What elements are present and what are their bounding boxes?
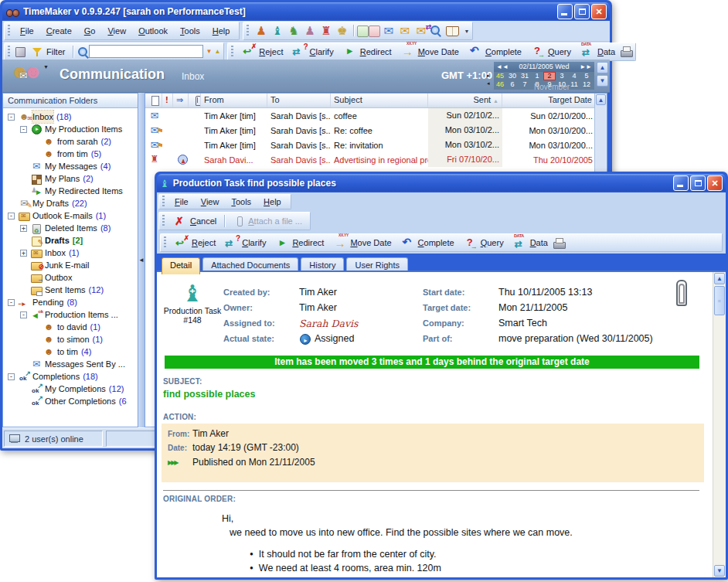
mail-blue-icon[interactable]	[380, 24, 396, 38]
tree-item-from-sarah[interactable]: from sarah(2)	[3, 135, 138, 148]
complete-button[interactable]: Complete	[396, 237, 459, 250]
tab-detail[interactable]: Detail	[162, 257, 200, 274]
toolbar-grip[interactable]	[162, 215, 165, 227]
redirect-button[interactable]: Redirect	[338, 45, 396, 58]
calendar-day[interactable]: 30	[506, 72, 519, 80]
calendar-expand-icon[interactable]: ▸	[487, 73, 490, 79]
dialog-minimize-button[interactable]	[673, 175, 689, 191]
tree-item-my-redirected-items[interactable]: My Redirected Items	[3, 185, 138, 197]
filter-down-icon[interactable]: ▼	[206, 48, 212, 55]
filter-up-icon[interactable]: ▲	[214, 48, 220, 55]
magnifier-icon[interactable]	[429, 24, 445, 38]
calendar-day[interactable]: 12	[580, 80, 593, 89]
calendar-day[interactable]: 1	[531, 72, 543, 80]
column-subject-header[interactable]: Subject	[331, 94, 428, 107]
band-scroll-down[interactable]: ▼	[597, 75, 608, 87]
message-row[interactable]: Tim Aker [tim]Sarah Davis [s...Re: invit…	[145, 138, 607, 152]
message-row[interactable]: Sarah Davi...Sarah Davis [s...Advertisin…	[145, 152, 607, 167]
column-redirect-header[interactable]: ⇒	[173, 94, 189, 107]
calendar-day[interactable]: 3	[556, 72, 568, 80]
message-row[interactable]: Tim Aker [tim]Sarah Davis [s...Re: coffe…	[145, 123, 607, 138]
redirect-button[interactable]: Redirect	[270, 237, 328, 250]
calendar-day[interactable]: 8	[531, 80, 543, 89]
calendar-day[interactable]: 11	[568, 80, 580, 89]
tree-item-deleted-items[interactable]: +Deleted Items(8)	[3, 222, 138, 234]
toolbar-overflow-icon[interactable]: ▼	[464, 29, 469, 34]
tree-expander[interactable]: -	[20, 126, 27, 133]
toolbar-grip[interactable]	[247, 25, 249, 37]
communication-people-icon[interactable]: ☻ ☻ ✉ ▼	[10, 63, 47, 89]
reject-button[interactable]: Reject	[237, 45, 287, 58]
workspace-icon[interactable]	[14, 46, 26, 57]
attachment-paperclip-icon[interactable]	[676, 280, 687, 306]
complete-button[interactable]: Complete	[464, 45, 526, 58]
calendar-day[interactable]: 9	[543, 80, 556, 89]
calendar-day[interactable]: 4	[568, 72, 580, 80]
close-button[interactable]: ✕	[591, 4, 607, 19]
toolbar-grip[interactable]	[8, 25, 10, 37]
toolbar-grip[interactable]	[8, 46, 10, 58]
column-to-header[interactable]: To	[267, 94, 331, 107]
clarify-button[interactable]: Clarify	[220, 237, 270, 250]
tree-item-sent-items[interactable]: Sent Items(12)	[3, 284, 138, 296]
tree-item-my-production-items[interactable]: -My Production Items	[3, 123, 138, 135]
move-date-button[interactable]: Move Date	[396, 45, 464, 58]
calendar-day[interactable]: 10	[556, 80, 568, 89]
rook-red-icon[interactable]	[318, 24, 334, 38]
tree-item-junk-e-mail[interactable]: Junk E-mail	[3, 259, 138, 271]
dialog-menu-item-file[interactable]: File	[168, 196, 195, 208]
tree-expander[interactable]: +	[20, 250, 27, 257]
tree-item-outlook-e-mails[interactable]: -Outlook E-mails(1)	[3, 209, 138, 222]
attach-file-button[interactable]: Attach a file ...	[228, 215, 307, 228]
column-from-header[interactable]: From	[201, 94, 267, 107]
query-button[interactable]: Query	[526, 45, 576, 58]
minimize-button[interactable]	[557, 4, 573, 19]
calendar-next-icon[interactable]: ►►	[580, 62, 592, 72]
menu-item-file[interactable]: File	[14, 25, 40, 37]
cancel-button[interactable]: Cancel	[168, 215, 221, 228]
cal-7-icon[interactable]	[369, 26, 380, 37]
menu-item-tools[interactable]: Tools	[174, 25, 206, 37]
tree-item-to-simon[interactable]: to simon(1)	[3, 333, 138, 345]
dialog-scrollbar[interactable]: ▲ ≡ ▼	[713, 272, 726, 577]
tree-item-production-items-[interactable]: -Production Items ...	[3, 308, 138, 321]
calendar-prev-icon[interactable]: ◄◄	[496, 62, 509, 72]
menu-item-create[interactable]: Create	[40, 25, 78, 37]
scroll-up-icon[interactable]: ▲	[714, 273, 725, 284]
calendar-day[interactable]: 7	[519, 80, 531, 89]
tree-item-outbox[interactable]: Outbox	[3, 271, 138, 284]
filter-button[interactable]: Filter	[26, 45, 70, 58]
tree-item-my-completions[interactable]: My Completions(12)	[3, 383, 138, 395]
toolbar-grip[interactable]	[164, 237, 166, 249]
column-document-header[interactable]	[145, 94, 162, 107]
cal-1-icon[interactable]	[357, 26, 369, 37]
tree-expander[interactable]: -	[8, 373, 15, 380]
mail-yellow-icon[interactable]	[396, 24, 413, 38]
list-scroll-up[interactable]: ▲	[596, 94, 606, 105]
tree-item-completions[interactable]: -Completions(18)	[3, 370, 138, 383]
calendar-day[interactable]: 6	[506, 80, 519, 89]
column-sent-header[interactable]: Sent▲	[428, 94, 502, 107]
dialog-menu-item-view[interactable]: View	[195, 196, 226, 208]
dialog-menu-item-tools[interactable]: Tools	[225, 196, 257, 208]
pane-splitter[interactable]: ◄	[138, 93, 145, 427]
king-yellow-icon[interactable]	[334, 24, 350, 38]
dialog-titlebar[interactable]: ♝ Production Task find possible places ✕	[157, 174, 726, 192]
toolbar-grip[interactable]	[162, 196, 165, 208]
tree-expander[interactable]: -	[8, 213, 15, 220]
move-date-button[interactable]: Move Date	[328, 237, 396, 250]
column-attachment-header[interactable]	[189, 94, 201, 107]
column-importance-header[interactable]: !	[162, 94, 173, 107]
pawn-orange-icon[interactable]	[253, 24, 269, 38]
pawn-purple-icon[interactable]	[301, 24, 318, 38]
printer-icon[interactable]	[553, 237, 565, 249]
band-scroll-up[interactable]: ▲	[597, 62, 608, 73]
tree-item-other-completions[interactable]: Other Completions(6	[3, 395, 138, 407]
tree-item-my-messages[interactable]: My Messages(4)	[3, 160, 138, 172]
toolbar-grip[interactable]	[231, 46, 233, 58]
tree-expander[interactable]: -	[20, 311, 27, 318]
menu-item-go[interactable]: Go	[78, 25, 102, 37]
column-target-date-header[interactable]: Target Date	[502, 94, 596, 107]
bishop-teal-icon[interactable]	[269, 24, 285, 38]
dialog-menu-item-help[interactable]: Help	[257, 196, 287, 208]
